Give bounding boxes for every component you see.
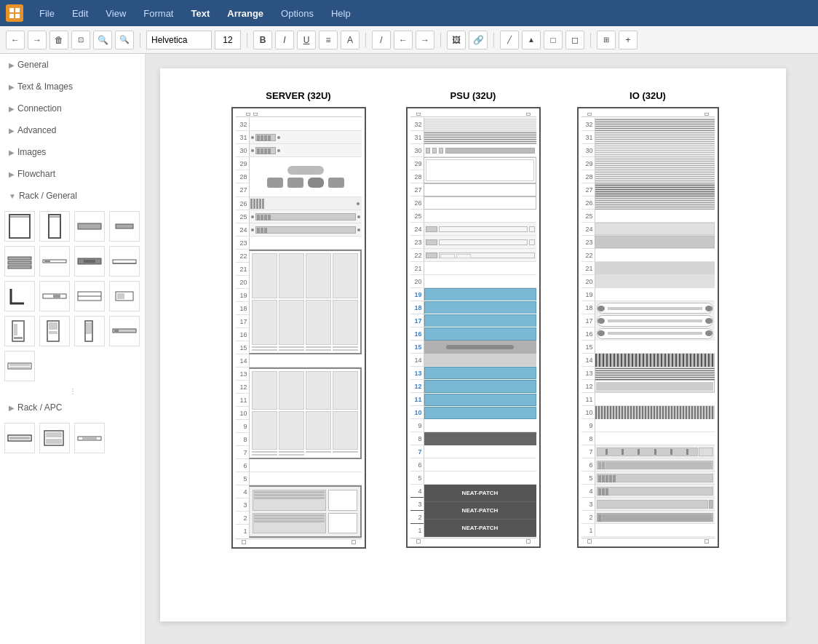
delete-button[interactable]: 🗑 — [49, 31, 68, 49]
menu-view[interactable]: View — [98, 5, 133, 22]
rack-io-row-30: 30 — [581, 144, 715, 157]
rack-psu-row-24: 24 — [410, 223, 536, 236]
rack-psu-large1: 29 28 — [410, 157, 536, 183]
sidebar-item-general[interactable]: ▶ General — [0, 54, 145, 76]
line-style-button[interactable]: ╱ — [500, 31, 519, 49]
toolbar: ← → 🗑 ⊡ 🔍 🔍 B I U ≡ A / ← → 🖼 🔗 ╱ ▲ □ ◻ … — [0, 26, 818, 54]
sidebar-item-rack-general[interactable]: ▼ Rack / General — [0, 185, 145, 207]
svg-rect-11 — [8, 261, 31, 264]
sep1 — [140, 33, 140, 47]
rack-shape-1u2[interactable] — [39, 281, 70, 311]
font-family-input[interactable] — [146, 31, 212, 49]
menu-arrange[interactable]: Arrange — [220, 5, 271, 22]
image-button[interactable]: 🖼 — [447, 31, 466, 49]
rack-server-row-5: 5 — [236, 472, 362, 485]
rack-shape-line1[interactable] — [109, 316, 140, 346]
underline-button[interactable]: U — [297, 31, 316, 49]
svg-rect-1 — [15, 8, 20, 12]
rack-io-row-25: 25 — [581, 210, 715, 223]
rack-shape-tower3[interactable] — [74, 316, 105, 346]
rack-shape-1[interactable] — [4, 211, 35, 242]
sidebar-item-advanced[interactable]: ▶ Advanced — [0, 119, 145, 141]
undo-button[interactable]: ← — [6, 31, 25, 49]
canvas[interactable]: SERVER (32U) 32 — [160, 68, 786, 621]
rack-shape-2u1[interactable] — [74, 281, 105, 311]
svg-rect-10 — [8, 257, 31, 260]
bold-button[interactable]: B — [253, 31, 272, 49]
apc-shape-1[interactable] — [4, 423, 35, 453]
rack-shape-2u2[interactable] — [109, 281, 140, 311]
rack-server-row-26: 26 — [236, 197, 362, 210]
rack-shape-tower1[interactable] — [4, 316, 35, 346]
rack-psu-row-15: 15 — [410, 341, 536, 354]
rack-psu-row-25: 25 — [410, 210, 536, 223]
rack-io-row-8: 8 — [581, 432, 715, 445]
sidebar-item-flowchart[interactable]: ▶ Flowchart — [0, 163, 145, 185]
sidebar-item-rack-apc[interactable]: ▶ Rack / APC — [0, 397, 145, 418]
rack-io-row-5: 5 — [581, 472, 715, 485]
sep5 — [493, 33, 494, 47]
line-button[interactable]: / — [372, 31, 391, 49]
align-button[interactable]: ≡ — [319, 31, 338, 49]
sidebar-item-images[interactable]: ▶ Images — [0, 141, 145, 163]
menu-format[interactable]: Format — [136, 5, 180, 22]
apc-shape-3[interactable] — [74, 423, 105, 453]
rack-io-row-6: 6 — [581, 458, 715, 472]
app-logo — [6, 4, 23, 22]
menu-file[interactable]: File — [32, 5, 62, 22]
apc-shape-2[interactable] — [39, 423, 70, 453]
rack-psu-row-20: 20 — [410, 275, 536, 288]
rack-shape-2[interactable] — [39, 211, 70, 242]
rack-shape-bar1[interactable] — [74, 211, 105, 242]
zoom-out-button[interactable]: 🔍 — [115, 31, 134, 49]
rack-io-row-31: 31 — [581, 131, 715, 144]
svg-rect-2 — [9, 14, 14, 18]
menu-options[interactable]: Options — [274, 5, 321, 22]
link-button[interactable]: 🔗 — [469, 31, 488, 49]
font-size-up-button[interactable]: A — [341, 31, 360, 49]
rack-shape-flat1[interactable] — [39, 246, 70, 277]
rack-psu-row-21: 21 — [410, 262, 536, 275]
rack-psu-row-22: 22 — [410, 249, 536, 262]
rect-style-button[interactable]: □ — [544, 31, 563, 49]
rack-shape-line2[interactable] — [4, 351, 35, 381]
redo-button[interactable]: → — [28, 31, 47, 49]
fill-button[interactable]: ▲ — [522, 31, 541, 49]
general-arrow: ▶ — [9, 61, 15, 69]
canvas-area[interactable]: SERVER (32U) 32 — [146, 54, 818, 644]
grid-button[interactable]: ⊞ — [597, 31, 616, 49]
menu-help[interactable]: Help — [324, 5, 358, 22]
shape-button[interactable]: ◻ — [565, 31, 584, 49]
rack-shape-bar2[interactable] — [109, 211, 140, 242]
rack-io-drives: 18 17 16 — [581, 301, 715, 341]
sidebar-item-connection[interactable]: ▶ Connection — [0, 98, 145, 119]
rack-shape-bar3[interactable] — [4, 246, 35, 277]
rack-server-row-24: 24 — [236, 223, 362, 236]
zoom-in-button[interactable]: 🔍 — [93, 31, 112, 49]
images-arrow: ▶ — [9, 148, 15, 156]
menu-text[interactable]: Text — [183, 5, 217, 22]
svg-rect-30 — [49, 331, 57, 334]
rack-io-row-3: 3 — [581, 498, 715, 511]
rack-shape-l-bracket[interactable] — [4, 281, 35, 311]
rack-shape-flat2[interactable] — [74, 246, 105, 277]
add-button[interactable]: + — [619, 31, 638, 49]
menu-edit[interactable]: Edit — [65, 5, 95, 22]
sidebar-item-text-images[interactable]: ▶ Text & Images — [0, 76, 145, 98]
italic-button[interactable]: I — [275, 31, 294, 49]
rack-io-row-2: 2 — [581, 511, 715, 524]
sidebar-marker: ⋮ — [0, 386, 145, 397]
rack-io-row-29: 29 — [581, 157, 715, 170]
sep6 — [590, 33, 591, 47]
font-size-input[interactable] — [215, 31, 241, 49]
rack-apc-shapes — [0, 418, 145, 458]
rack-shape-1u1[interactable] — [109, 246, 140, 277]
rack-shape-tower2[interactable] — [39, 316, 70, 346]
arrow-right-button[interactable]: → — [416, 31, 434, 49]
fit-page-button[interactable]: ⊡ — [71, 31, 90, 49]
sep3 — [365, 33, 366, 47]
rack-server-title: SERVER (32U) — [266, 90, 330, 101]
rack-psu-dense1: 31 — [410, 131, 536, 144]
arrow-left-button[interactable]: ← — [394, 31, 413, 49]
rack-psu: PSU (32U) 32 — [400, 90, 546, 549]
